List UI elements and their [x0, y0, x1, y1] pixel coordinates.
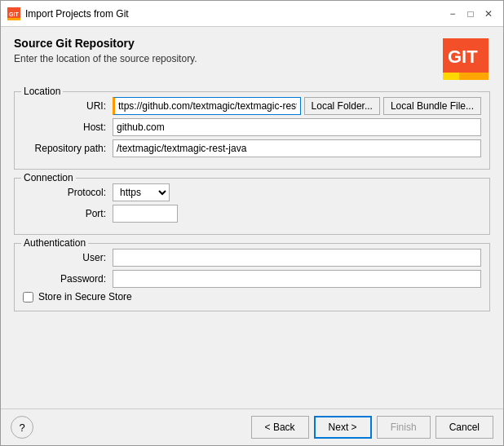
location-group-label: Location [21, 86, 63, 97]
dialog-title: Source Git Repository [14, 37, 197, 50]
password-row: Password: [23, 270, 481, 288]
git-logo-svg: GIT [441, 37, 490, 82]
secure-store-checkbox[interactable] [23, 292, 33, 302]
local-bundle-button[interactable]: Local Bundle File... [383, 97, 481, 115]
protocol-row: Protocol: https http git ssh [23, 183, 481, 201]
uri-input[interactable] [113, 97, 301, 115]
secure-store-label[interactable]: Store in Secure Store [38, 291, 132, 302]
cancel-button[interactable]: Cancel [435, 416, 493, 439]
local-folder-button[interactable]: Local Folder... [304, 97, 380, 115]
svg-rect-6 [443, 73, 459, 80]
uri-row: URI: Local Folder... Local Bundle File..… [23, 97, 481, 115]
port-label: Port: [23, 208, 113, 219]
port-input[interactable] [113, 205, 178, 223]
help-button[interactable]: ? [11, 416, 33, 439]
host-input[interactable] [113, 118, 481, 136]
repo-path-input[interactable] [113, 139, 481, 157]
close-button[interactable]: ✕ [480, 6, 497, 22]
svg-text:GIT: GIT [9, 11, 19, 17]
dialog-subtitle: Enter the location of the source reposit… [14, 53, 197, 64]
footer-buttons: < Back Next > Finish Cancel [251, 416, 493, 439]
password-input[interactable] [113, 270, 481, 288]
location-group: Location URI: Local Folder... Local Bund… [14, 91, 490, 170]
uri-controls: Local Folder... Local Bundle File... [113, 97, 481, 115]
svg-text:GIT: GIT [448, 46, 478, 67]
secure-store-row: Store in Secure Store [23, 291, 481, 302]
port-row: Port: [23, 205, 481, 223]
host-row: Host: [23, 118, 481, 136]
connection-group: Connection Protocol: https http git ssh … [14, 178, 490, 235]
user-input[interactable] [113, 249, 481, 267]
main-window: GIT Import Projects from Git − □ ✕ Sourc… [0, 0, 504, 446]
title-bar: GIT Import Projects from Git − □ ✕ [1, 1, 503, 27]
connection-group-label: Connection [21, 172, 76, 183]
finish-button[interactable]: Finish [377, 416, 431, 439]
dialog-footer: ? < Back Next > Finish Cancel [1, 408, 503, 445]
git-logo: GIT [441, 37, 490, 82]
dialog-content: Source Git Repository Enter the location… [1, 27, 503, 408]
repo-path-row: Repository path: [23, 139, 481, 157]
user-row: User: [23, 249, 481, 267]
authentication-group: Authentication User: Password: Store in … [14, 243, 490, 311]
window-icon: GIT [7, 7, 20, 20]
password-label: Password: [23, 273, 113, 285]
user-label: User: [23, 252, 113, 263]
auth-group-label: Authentication [21, 237, 88, 249]
back-button[interactable]: < Back [251, 416, 309, 439]
minimize-button[interactable]: − [444, 6, 461, 22]
svg-rect-2 [7, 18, 20, 20]
uri-label: URI: [23, 100, 113, 112]
maximize-button[interactable]: □ [462, 6, 479, 22]
protocol-label: Protocol: [23, 187, 113, 198]
host-label: Host: [23, 121, 113, 133]
repo-path-label: Repository path: [23, 143, 113, 154]
window-title: Import Projects from Git [25, 8, 129, 20]
header-section: Source Git Repository Enter the location… [14, 37, 490, 82]
header-text: Source Git Repository Enter the location… [14, 37, 197, 64]
protocol-select[interactable]: https http git ssh [113, 183, 170, 201]
title-bar-left: GIT Import Projects from Git [7, 7, 129, 20]
next-button[interactable]: Next > [314, 416, 372, 439]
title-bar-controls: − □ ✕ [444, 6, 497, 22]
